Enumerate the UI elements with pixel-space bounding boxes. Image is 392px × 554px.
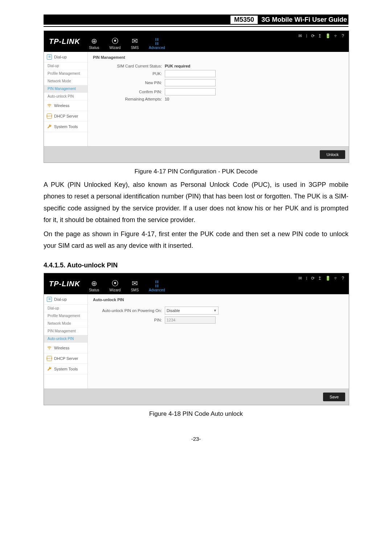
save-button[interactable]: Save (323, 393, 345, 401)
top-nav: ⊕Status ⦿Wizard ✉SMS ¦¦Advanced (89, 37, 165, 52)
nav-advanced-2[interactable]: ¦¦Advanced (149, 280, 165, 292)
brand-logo-2: TP-LINK (44, 273, 85, 294)
puk-input[interactable] (165, 70, 216, 77)
grid-icon: ⊞ (47, 54, 52, 59)
sidebar-item-auto-2[interactable]: Auto-unlock PIN (44, 335, 87, 343)
sidebar-tools-label: System Tools (54, 125, 78, 129)
nav-wizard-2[interactable]: ⦿Wizard (109, 280, 121, 292)
power-select[interactable]: Disable ▼ (165, 307, 219, 315)
nav-status[interactable]: ⊕Status (89, 37, 99, 50)
target-icon: ⦿ (109, 37, 121, 45)
newpin-label: New PIN: (93, 81, 165, 85)
brand-logo: TP-LINK (44, 31, 85, 52)
nav-status-2[interactable]: ⊕Status (89, 280, 99, 292)
sidebar-item-pin-2[interactable]: PIN Management (44, 328, 87, 335)
row-sim-status: SIM Card Current Status: PUK required (93, 64, 344, 68)
globe-icon: ⊕ (89, 280, 99, 287)
screenshot-auto-unlock: TP-LINK ⊕Status ⦿Wizard ✉SMS ¦¦Advanced … (44, 273, 349, 405)
app-top-bar-2: TP-LINK ⊕Status ⦿Wizard ✉SMS ¦¦Advanced … (44, 273, 349, 294)
doc-title: 3G Mobile Wi-Fi User Guide (261, 16, 348, 24)
sidebar-head-tools-2[interactable]: System Tools (44, 364, 87, 374)
sim-status-label: SIM Card Current Status: (93, 64, 165, 68)
row-confirm: Confirm PIN: (93, 88, 344, 95)
target-icon: ⦿ (109, 280, 121, 287)
pane-heading-2: Auto-unlock PIN (93, 298, 344, 305)
nav-status-label-2: Status (89, 288, 99, 292)
sliders-icon: ¦¦ (149, 37, 165, 45)
wifi-icon (47, 345, 52, 350)
sidebar-wireless-label: Wireless (54, 104, 69, 108)
power-select-value: Disable (167, 309, 180, 313)
unlock-button[interactable]: Unlock (320, 150, 345, 159)
remaining-label: Remaining Attempts: (93, 97, 165, 101)
row-puk: PUK: (93, 70, 344, 77)
sidebar-item-auto[interactable]: Auto-unlock PIN (44, 93, 87, 100)
nav-sms-label-2: SMS (131, 288, 139, 292)
globe-icon: ⊕ (89, 37, 99, 45)
sidebar-head-tools[interactable]: System Tools (44, 122, 87, 132)
sidebar: ⊞Dial-up Dial-up Profile Management Netw… (44, 52, 88, 146)
sidebar-head-dhcp[interactable]: DHCPDHCP Server (44, 111, 87, 122)
nav-status-label: Status (89, 46, 99, 50)
pane-footer: Unlock (44, 146, 349, 163)
figure-caption-2: Figure 4-18 PIN Code Auto unlock (44, 410, 348, 418)
content-pane-2: Auto-unlock PIN Auto-unlock PIN on Power… (88, 294, 349, 389)
sidebar-dhcp-label: DHCP Server (54, 114, 78, 118)
sidebar-head-dialup-2[interactable]: ⊞Dial-up (44, 294, 87, 305)
wrench-icon (47, 366, 52, 372)
sidebar-item-network[interactable]: Network Mode (44, 78, 87, 85)
status-tray: ✉ ⫶ ⟳ ↥ 🔋 ᯤ ? (298, 34, 345, 38)
row-auto-pin: PIN: (93, 316, 344, 324)
sidebar-item-dialup[interactable]: Dial-up (44, 62, 87, 70)
grid-icon: ⊞ (47, 297, 52, 302)
page-number: -23- (44, 436, 348, 442)
figure-caption-1: Figure 4-17 PIN Configuration - PUK Deco… (44, 168, 348, 175)
paragraph-1: A PUK (PIN Unlocked Key), also known as … (44, 179, 348, 226)
auto-pin-label: PIN: (93, 318, 165, 322)
pane-heading: PIN Management (93, 56, 344, 62)
confirm-input[interactable] (165, 88, 216, 95)
auto-pin-input (165, 316, 216, 324)
content-pane: PIN Management SIM Card Current Status: … (88, 52, 349, 146)
envelope-icon: ✉ (131, 37, 139, 45)
nav-advanced[interactable]: ¦¦Advanced (149, 37, 165, 50)
power-label: Auto-unlock PIN on Powering On: (93, 309, 165, 313)
section-heading: 4.4.1.5. Auto-unlock PIN (44, 262, 348, 269)
pane-footer-2: Save (44, 389, 349, 405)
dhcp-icon: DHCP (47, 356, 52, 361)
app-top-bar: TP-LINK ⊕Status ⦿Wizard ✉SMS ¦¦Advanced … (44, 31, 349, 52)
row-newpin: New PIN: (93, 79, 344, 86)
puk-label: PUK: (93, 72, 165, 76)
chevron-down-icon: ▼ (213, 309, 217, 312)
nav-sms-label: SMS (131, 46, 139, 50)
sidebar-head-dhcp-2[interactable]: DHCPDHCP Server (44, 353, 87, 364)
dhcp-icon: DHCP (47, 114, 52, 119)
screenshot-pin-management: TP-LINK ⊕Status ⦿Wizard ✉SMS ¦¦Advanced … (44, 30, 349, 163)
nav-wizard-label-2: Wizard (109, 288, 121, 292)
sidebar-head-wireless-2[interactable]: Wireless (44, 343, 87, 353)
newpin-input[interactable] (165, 79, 216, 86)
sidebar-item-network-2[interactable]: Network Mode (44, 320, 87, 328)
model-badge: M5350 (230, 16, 258, 24)
sidebar-item-pin[interactable]: PIN Management (44, 85, 87, 93)
svg-point-0 (49, 107, 50, 107)
sidebar-head-dialup[interactable]: ⊞Dial-up (44, 52, 87, 62)
wifi-icon (47, 103, 52, 108)
nav-wizard-label: Wizard (109, 46, 121, 50)
sidebar-head-wireless[interactable]: Wireless (44, 100, 87, 111)
remaining-value: 10 (165, 97, 169, 101)
sim-status-value: PUK required (165, 64, 190, 68)
sidebar-item-dialup-2[interactable]: Dial-up (44, 305, 87, 312)
nav-sms-2[interactable]: ✉SMS (131, 280, 139, 292)
sidebar-head-dialup-label: Dial-up (54, 55, 67, 59)
nav-wizard[interactable]: ⦿Wizard (109, 37, 121, 50)
wrench-icon (47, 124, 52, 129)
nav-advanced-label-2: Advanced (149, 288, 165, 292)
svg-point-1 (49, 349, 50, 350)
paragraph-2: On the page as shown in Figure 4-17, fir… (44, 228, 348, 252)
sidebar-item-profile-2[interactable]: Profile Management (44, 312, 87, 320)
top-nav-2: ⊕Status ⦿Wizard ✉SMS ¦¦Advanced (89, 280, 165, 294)
sidebar-item-profile[interactable]: Profile Management (44, 70, 87, 78)
nav-sms[interactable]: ✉SMS (131, 37, 139, 50)
doc-header: M5350 3G Mobile Wi-Fi User Guide (44, 15, 348, 25)
